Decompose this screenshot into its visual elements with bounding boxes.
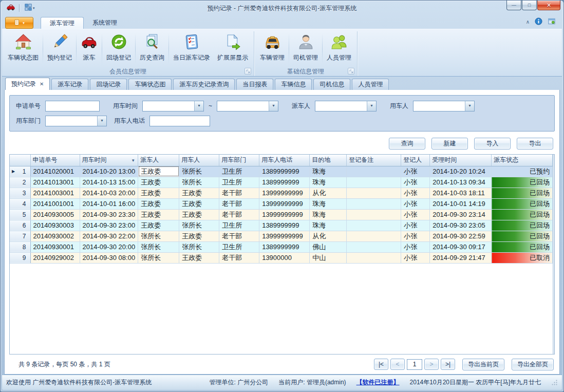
grid-cell[interactable]: 王政委	[138, 166, 179, 177]
grid-cell[interactable]: 王政委	[179, 188, 219, 198]
grid-cell[interactable]	[347, 209, 401, 220]
grid-cell[interactable]	[347, 252, 401, 263]
grid-cell[interactable]: 张所长	[138, 252, 179, 263]
combo-arrow-button[interactable]: ▾	[367, 101, 376, 111]
tab-dispatch-history-query[interactable]: 派车历史记录查询	[173, 79, 235, 90]
tab-return-records[interactable]: 回场记录	[90, 79, 127, 90]
history-query-button[interactable]: 历史查询	[136, 31, 168, 67]
personnel-manage-button[interactable]: 人员管理	[323, 31, 355, 67]
grid-cell[interactable]: 老干部	[219, 252, 259, 263]
combo-arrow-button[interactable]: ▾	[97, 116, 106, 126]
row-indicator[interactable]: ▶1	[10, 166, 30, 177]
grid-cell[interactable]: 王政委	[179, 252, 219, 263]
export-current-page-button[interactable]: 导出当前页	[462, 359, 504, 370]
page-number-input[interactable]	[407, 359, 422, 370]
export-all-pages-button[interactable]: 导出全部页	[512, 359, 554, 370]
grid-cell[interactable]: 2014-09-30 23:14	[430, 209, 492, 220]
grid-cell[interactable]: 张所长	[138, 231, 179, 241]
grid-cell[interactable]: 小张	[401, 231, 430, 241]
extended-screen-button[interactable]: 扩展屏显示	[214, 31, 252, 67]
grid-cell[interactable]	[347, 231, 401, 241]
grid-cell[interactable]: 2014-10-03 20:00	[80, 188, 138, 198]
grid-cell[interactable]	[347, 188, 401, 198]
grid-cell[interactable]: 2014-10-13 09:34	[430, 177, 492, 188]
dialog-launcher-icon[interactable]	[348, 68, 354, 74]
driver-manage-button[interactable]: 司机管理	[290, 31, 322, 67]
dispatch-status-cell[interactable]: 已回场	[492, 220, 553, 231]
grid-cell[interactable]: 2014-09-30 23:30	[80, 209, 138, 220]
use-time-from-select[interactable]: ▾	[142, 101, 204, 111]
grid-cell[interactable]: 13900000	[259, 252, 310, 263]
dispatch-status-cell[interactable]: 已取消	[492, 252, 553, 263]
dispatch-status-cell[interactable]: 已回场	[492, 231, 553, 241]
table-row[interactable]: ▶1201410200012014-10-20 13:00王政委张所长卫生所13…	[10, 166, 553, 177]
return-register-button[interactable]: 回场登记	[103, 31, 135, 67]
grid-cell[interactable]: 20141003001	[30, 188, 80, 198]
dispatch-status-cell[interactable]: 已预约	[492, 166, 553, 177]
grid-cell[interactable]: 2014-09-30 23:05	[430, 220, 492, 231]
dialog-launcher-icon[interactable]	[245, 68, 251, 74]
dispatch-status-cell[interactable]: 已回场	[492, 188, 553, 198]
grid-cell[interactable]: 13999999999	[259, 188, 310, 198]
col-department[interactable]: 用车部门	[219, 155, 259, 166]
ribbon-tab-system-management[interactable]: 系统管理	[84, 17, 126, 29]
grid-cell[interactable]: 张所长	[179, 241, 219, 252]
reservation-register-button[interactable]: 预约登记	[44, 31, 76, 67]
col-destination[interactable]: 目的地	[310, 155, 347, 166]
grid-cell[interactable]: 卫生所	[219, 220, 259, 231]
user-select[interactable]: ▾	[413, 101, 475, 111]
grid-cell[interactable]	[347, 241, 401, 252]
export-button[interactable]: 导出	[517, 138, 553, 150]
grid-cell[interactable]	[347, 166, 401, 177]
department-select[interactable]: ▾	[45, 116, 107, 126]
table-row[interactable]: 4201410010012014-10-01 16:00王政委王政委老干部139…	[10, 198, 553, 209]
table-row[interactable]: 9201409290022014-09-30 08:00张所长王政委老干部139…	[10, 252, 553, 263]
tab-daily-report[interactable]: 当日报表	[236, 79, 273, 90]
grid-cell[interactable]: 1389999999	[259, 220, 310, 231]
dispatcher-select[interactable]: ▾	[315, 101, 377, 111]
use-time-to-select[interactable]: ▾	[217, 101, 278, 111]
grid-cell[interactable]: 20140930003	[30, 220, 80, 231]
grid-cell[interactable]: 2014-09-30 09:17	[430, 241, 492, 252]
dispatch-status-cell[interactable]: 已回场	[492, 241, 553, 252]
grid-cell[interactable]: 珠海	[310, 209, 347, 220]
maximize-button[interactable]: □	[522, 1, 537, 10]
row-indicator[interactable]: 7	[10, 231, 30, 241]
info-icon[interactable]	[535, 17, 542, 27]
quick-access-layout-button[interactable]: ▾	[23, 3, 36, 13]
dispatch-button[interactable]: 派车	[77, 31, 101, 67]
grid-cell[interactable]: 王政委	[179, 209, 219, 220]
table-row[interactable]: 8201409300012014-09-30 20:00张所长张所长卫生所138…	[10, 241, 553, 252]
resize-grip[interactable]	[551, 379, 558, 386]
grid-cell[interactable]: 2014-10-01 16:00	[80, 198, 138, 209]
user-phone-input[interactable]	[149, 116, 210, 126]
grid-cell[interactable]: 张所长	[179, 166, 219, 177]
combo-arrow-button[interactable]: ▾	[194, 101, 203, 111]
grid-cell[interactable]: 2014-10-03 18:11	[430, 188, 492, 198]
grid-cell[interactable]: 2014-10-20 13:00	[80, 166, 138, 177]
tab-vehicle-info[interactable]: 车辆信息	[275, 79, 312, 90]
switch-window-icon[interactable]	[548, 17, 556, 27]
grid-cell[interactable]	[347, 198, 401, 209]
grid-cell[interactable]: 老干部	[219, 198, 259, 209]
grid-cell[interactable]: 20140929002	[30, 252, 80, 263]
grid-cell[interactable]: 20140930005	[30, 209, 80, 220]
query-button[interactable]: 查询	[389, 138, 425, 150]
grid-cell[interactable]: 2014-09-30 22:00	[80, 231, 138, 241]
grid-cell[interactable]: 王政委	[179, 231, 219, 241]
grid-cell[interactable]: 王政委	[138, 220, 179, 231]
grid-cell[interactable]: 王政委	[179, 198, 219, 209]
combo-arrow-button[interactable]: ▾	[269, 101, 278, 111]
grid-cell[interactable]: 2014-09-30 08:00	[80, 252, 138, 263]
grid-cell[interactable]: 珠海	[310, 220, 347, 231]
grid-cell[interactable]: 小张	[401, 188, 430, 198]
row-indicator[interactable]: 8	[10, 241, 30, 252]
row-indicator[interactable]: 4	[10, 198, 30, 209]
table-row[interactable]: 5201409300052014-09-30 23:30王政委王政委老干部139…	[10, 209, 553, 220]
grid-cell[interactable]: 王政委	[138, 177, 179, 188]
last-page-button[interactable]: >|	[441, 359, 455, 370]
new-button[interactable]: 新建	[431, 138, 468, 150]
minimize-button[interactable]: —	[506, 1, 521, 10]
grid-cell[interactable]: 小张	[401, 252, 430, 263]
grid-cell[interactable]: 王政委	[138, 209, 179, 220]
